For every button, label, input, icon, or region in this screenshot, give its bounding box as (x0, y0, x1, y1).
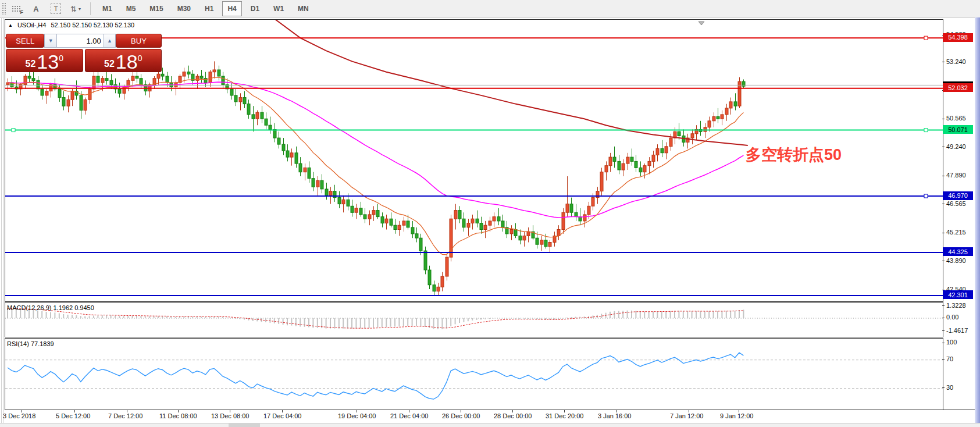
rsi-tick (942, 387, 945, 388)
timeframe-button-M30[interactable]: M30 (172, 1, 196, 16)
date-tick (282, 410, 283, 412)
bottom-bar (0, 423, 980, 427)
timeframe-button-H1[interactable]: H1 (199, 1, 219, 16)
macd-tick (942, 318, 945, 318)
macd-chart (5, 303, 943, 337)
rsi-tick-label: 30 (946, 384, 953, 391)
macd-panel[interactable] (5, 302, 943, 337)
price-tick (942, 62, 945, 62)
rsi-chart (5, 339, 943, 410)
date-tick (461, 410, 461, 412)
chevron-down-icon: ▾ (79, 6, 81, 12)
price-tick-label: 46.565 (946, 200, 966, 207)
rsi-tick-label: 100 (946, 339, 957, 346)
date-label: 5 Dec 12:00 (56, 412, 90, 419)
sell-button[interactable]: SELL (6, 34, 44, 48)
bid-prefix: 52 (26, 59, 36, 69)
date-label: 31 Dec 20:00 (546, 412, 583, 419)
price-tick-label: 43.890 (946, 257, 966, 264)
window-border-line (3, 17, 3, 427)
date-tick (22, 410, 22, 412)
price-tick-label: 50.565 (946, 115, 966, 122)
date-label: 21 Dec 04:00 (390, 412, 428, 419)
letter-a-icon: A (33, 5, 38, 13)
timeframe-button-M5[interactable]: M5 (121, 1, 141, 16)
date-label: 3 Jan 16:00 (598, 412, 632, 419)
bottom-bar-tab[interactable] (229, 423, 260, 427)
rsi-tick-label: 70 (946, 355, 953, 362)
symbol-name: USOil-,H4 (17, 22, 47, 29)
price-tick (942, 204, 945, 204)
macd-tick (942, 305, 945, 306)
bid-price-button[interactable]: 52 13 0 (6, 49, 83, 72)
chinese-annotation: 多空转折点50 (746, 144, 842, 165)
price-badge-44.325: 44.325 (943, 247, 973, 256)
arrows-icon: ⇅ (70, 5, 77, 13)
rsi-panel[interactable] (5, 338, 943, 410)
collapse-triangle-icon[interactable]: ▲ (8, 23, 13, 28)
price-tick (942, 233, 945, 233)
date-tick (616, 410, 617, 412)
price-badge-54.398: 54.398 (943, 33, 973, 42)
macd-tick-label: 1.3228 (946, 302, 966, 309)
indicators-grid-icon[interactable]: F (9, 2, 24, 16)
rsi-label: RSI(14) 77.1839 (7, 340, 54, 347)
date-label: 28 Dec 00:00 (494, 412, 532, 419)
price-tick (942, 119, 945, 119)
rsi-tick (942, 359, 945, 360)
date-label: 13 Dec 08:00 (211, 412, 249, 419)
buy-button[interactable]: BUY (116, 34, 162, 48)
price-tick-label: 45.215 (946, 229, 966, 236)
price-tick (942, 176, 945, 176)
timeframe-button-MN[interactable]: MN (293, 1, 314, 16)
price-badge-52.032: 52.032 (943, 83, 973, 92)
price-badge-50.071: 50.071 (943, 125, 973, 134)
macd-tick-label: 0.00 (946, 314, 958, 321)
timeframe-button-D1[interactable]: D1 (245, 1, 265, 16)
date-tick (689, 410, 689, 412)
timeframe-button-W1[interactable]: W1 (268, 1, 289, 16)
text-insert-icon[interactable]: A (28, 2, 44, 16)
price-tick (942, 147, 945, 147)
date-tick (512, 410, 513, 412)
date-tick (409, 410, 409, 412)
volume-input[interactable] (57, 34, 104, 48)
label-insert-icon[interactable]: T (48, 2, 63, 16)
price-tick-label: 47.890 (946, 172, 966, 179)
dotted-grid-icon: F (12, 5, 21, 12)
date-tick (74, 410, 75, 412)
price-tick (942, 261, 945, 261)
mt4-window: F A T ⇅ ▾ M1M5M15M30H1H4D1W1MN ▲ USOil-,… (0, 0, 980, 427)
date-tick (564, 410, 565, 412)
date-label: 26 Dec 00:00 (442, 412, 480, 419)
toolbar-separator (90, 2, 91, 15)
timeframe-button-H4[interactable]: H4 (222, 1, 241, 16)
macd-tick-label: -1.4617 (946, 327, 968, 334)
window-scroll-strip[interactable] (975, 17, 980, 427)
ask-prefix: 52 (104, 59, 115, 69)
date-tick (178, 410, 179, 412)
macd-tick (942, 330, 945, 331)
price-tick-label: 53.240 (946, 58, 966, 65)
toolbar-drag-handle[interactable] (2, 2, 6, 15)
ask-big-digits: 18 (116, 54, 138, 70)
objects-arrows-icon[interactable]: ⇅ ▾ (68, 2, 83, 16)
date-label: 11 Dec 08:00 (159, 412, 197, 419)
date-tick (739, 410, 739, 412)
timeframe-button-M1[interactable]: M1 (97, 1, 117, 16)
volume-decrease-button[interactable]: ▼ (44, 34, 56, 48)
ask-pip-digit: 0 (138, 54, 142, 62)
date-tick (357, 410, 357, 412)
timeframe-button-M15[interactable]: M15 (144, 1, 168, 16)
price-badge-42.301: 42.301 (943, 290, 973, 299)
letter-t-icon: T (51, 3, 61, 14)
price-tick-label: 49.240 (946, 143, 966, 150)
date-label: 7 Dec 12:00 (108, 412, 142, 419)
ask-price-button[interactable]: 52 18 0 (85, 49, 162, 72)
date-tick (230, 410, 230, 412)
volume-increase-button[interactable]: ▲ (104, 34, 116, 48)
macd-label: MACD(12,26,9) 1.1962 0.9450 (7, 304, 94, 311)
toolbar: F A T ⇅ ▾ M1M5M15M30H1H4D1W1MN (0, 0, 980, 18)
date-label: 19 Dec 04:00 (338, 412, 376, 419)
date-label: 17 Dec 04:00 (263, 412, 301, 419)
